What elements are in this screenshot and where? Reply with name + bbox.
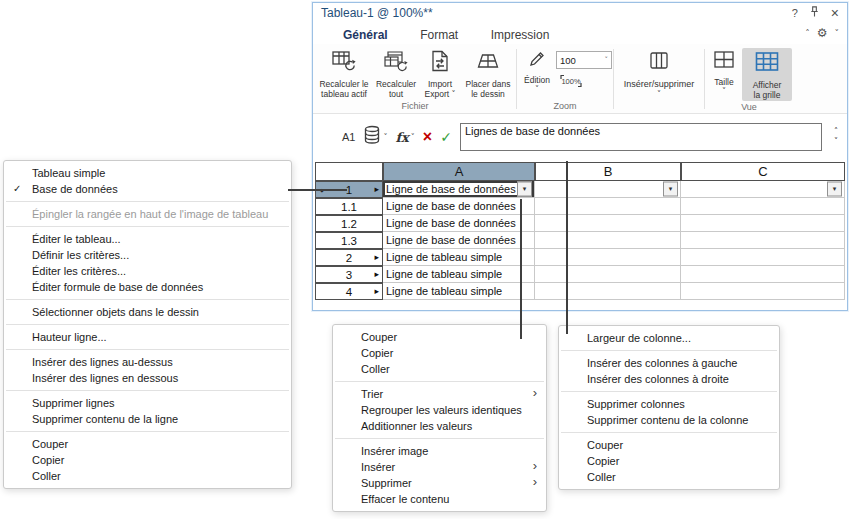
cell-dropdown-button[interactable]: ▾ bbox=[827, 182, 842, 197]
menu-item[interactable]: Coller bbox=[559, 469, 779, 485]
gear-icon[interactable]: ⚙ bbox=[817, 26, 828, 40]
menu-item[interactable]: Tableau simple bbox=[4, 165, 291, 181]
row-expand-icon[interactable]: ▸ bbox=[374, 270, 379, 279]
row-expand-icon[interactable]: ▸ bbox=[374, 253, 379, 262]
recalc-active-button[interactable]: Recalculer le tableau actif bbox=[315, 48, 373, 99]
row-header-2[interactable]: 2 ▸ bbox=[315, 249, 383, 266]
menu-item[interactable]: Copier bbox=[559, 453, 779, 469]
cell-b3[interactable] bbox=[535, 215, 681, 232]
cell-c2[interactable] bbox=[681, 198, 845, 215]
edition-button[interactable]: Édition ˅ bbox=[518, 48, 556, 94]
tables-refresh-icon bbox=[383, 49, 409, 77]
cell-a1[interactable]: Ligne de base de données ▾ bbox=[383, 181, 535, 198]
cell-c7[interactable] bbox=[681, 283, 845, 300]
cell-a5[interactable]: Ligne de tableau simple bbox=[383, 249, 535, 266]
row-header-1-3[interactable]: 1.3 bbox=[315, 232, 383, 249]
menu-item[interactable]: Insérer des lignes au-dessus bbox=[4, 354, 291, 370]
menu-item[interactable]: Définir les critères... bbox=[4, 247, 291, 263]
menu-item[interactable]: Insérer image bbox=[333, 443, 546, 459]
cell-a2[interactable]: Ligne de base de données bbox=[383, 198, 535, 215]
cell-a4[interactable]: Ligne de base de données bbox=[383, 232, 535, 249]
menu-item-inserer[interactable]: Insérer› bbox=[333, 459, 546, 475]
help-icon[interactable]: ? bbox=[792, 7, 798, 19]
ribbon-separator bbox=[613, 49, 614, 109]
menu-separator bbox=[335, 381, 544, 382]
cell-a7[interactable]: Ligne de tableau simple bbox=[383, 283, 535, 300]
row-header-1-2[interactable]: 1.2 bbox=[315, 215, 383, 232]
cell-c4[interactable] bbox=[681, 232, 845, 249]
menu-item[interactable]: Regrouper les valeurs identiques bbox=[333, 402, 546, 418]
cell-b4[interactable] bbox=[535, 232, 681, 249]
cell-b1[interactable]: ▾ bbox=[535, 181, 681, 198]
ribbon-separator bbox=[704, 49, 705, 109]
formula-bar-spinner[interactable]: ˄ ˅ bbox=[830, 129, 842, 145]
menu-item-supprimer[interactable]: Supprimer› bbox=[333, 475, 546, 491]
menu-item[interactable]: Supprimer lignes bbox=[4, 395, 291, 411]
cell-c6[interactable] bbox=[681, 266, 845, 283]
row-expand-icon[interactable]: ▸ bbox=[374, 185, 379, 194]
cell-b7[interactable] bbox=[535, 283, 681, 300]
collapse-ribbon-icon[interactable]: ˄ bbox=[805, 28, 810, 38]
menu-item-base-de-donnees[interactable]: ✓Base de données bbox=[4, 181, 291, 197]
function-dropdown[interactable]: fx ˅ bbox=[395, 130, 414, 145]
spinner-up-icon[interactable]: ˄ bbox=[834, 129, 838, 135]
row-expand-icon[interactable]: ▸ bbox=[374, 287, 379, 296]
cell-a3[interactable]: Ligne de base de données bbox=[383, 215, 535, 232]
close-icon[interactable]: × bbox=[831, 8, 839, 18]
cell-c3[interactable] bbox=[681, 215, 845, 232]
menu-item[interactable]: Insérer des colonnes à droite bbox=[559, 371, 779, 387]
menu-item[interactable]: Couper bbox=[559, 437, 779, 453]
import-export-button[interactable]: Import Export ˅ bbox=[419, 48, 461, 100]
row-header-1-1[interactable]: 1.1 bbox=[315, 198, 383, 215]
menu-item[interactable]: Insérer des colonnes à gauche bbox=[559, 355, 779, 371]
cell-c1[interactable]: ▾ bbox=[681, 181, 845, 198]
database-dropdown[interactable]: ˅ bbox=[363, 125, 387, 149]
menu-item[interactable]: Copier bbox=[333, 345, 546, 361]
menu-item[interactable]: Couper bbox=[333, 329, 546, 345]
cell-b5[interactable] bbox=[535, 249, 681, 266]
menu-item[interactable]: Sélectionner objets dans le dessin bbox=[4, 304, 291, 320]
spinner-down-icon[interactable]: ˅ bbox=[834, 139, 838, 145]
cancel-icon[interactable]: × bbox=[423, 129, 432, 145]
formula-input[interactable]: Lignes de base de données bbox=[460, 123, 822, 151]
insert-delete-button[interactable]: Insérer/supprimer ˅ bbox=[615, 48, 703, 99]
menu-item-trier[interactable]: Trier› bbox=[333, 386, 546, 402]
grid-corner[interactable] bbox=[315, 162, 383, 181]
cell-b2[interactable] bbox=[535, 198, 681, 215]
menu-item[interactable]: Éditer le tableau... bbox=[4, 231, 291, 247]
column-header-b[interactable]: B bbox=[535, 162, 681, 181]
cell-c5[interactable] bbox=[681, 249, 845, 266]
menu-item[interactable]: Coller bbox=[4, 468, 291, 484]
cell-b6[interactable] bbox=[535, 266, 681, 283]
taille-button[interactable]: Taille ˅ bbox=[706, 48, 742, 96]
menu-item[interactable]: Éditer les critères... bbox=[4, 263, 291, 279]
row-header-3[interactable]: 3 ▸ bbox=[315, 266, 383, 283]
show-grid-toggle[interactable]: Afficher la grille bbox=[742, 48, 792, 101]
menu-item[interactable]: Additionner les valeurs bbox=[333, 418, 546, 434]
place-in-drawing-button[interactable]: Placer dans le dessin bbox=[461, 48, 515, 99]
zoom-level-combobox[interactable]: 100 ˅ bbox=[556, 51, 612, 69]
menu-item[interactable]: Copier bbox=[4, 452, 291, 468]
menu-item[interactable]: Effacer le contenu bbox=[333, 491, 546, 507]
menu-item[interactable]: Supprimer contenu de la colonne bbox=[559, 412, 779, 428]
menu-item[interactable]: Coller bbox=[333, 361, 546, 377]
confirm-icon[interactable]: ✓ bbox=[440, 130, 452, 144]
menu-item[interactable]: Couper bbox=[4, 436, 291, 452]
menu-item[interactable]: Supprimer contenu de la ligne bbox=[4, 411, 291, 427]
pin-icon[interactable] bbox=[809, 4, 820, 22]
menu-item[interactable]: Hauteur ligne... bbox=[4, 329, 291, 345]
menu-item[interactable]: Éditer formule de base de données bbox=[4, 279, 291, 295]
menu-item[interactable]: Largeur de colonne... bbox=[559, 330, 779, 346]
row-context-menu: Tableau simple ✓Base de données Épingler… bbox=[3, 160, 292, 489]
row-header-4[interactable]: 4 ▸ bbox=[315, 283, 383, 300]
table-size-icon bbox=[712, 49, 736, 75]
cell-a6[interactable]: Ligne de tableau simple bbox=[383, 266, 535, 283]
cell-dropdown-button[interactable]: ▾ bbox=[517, 182, 532, 197]
recalc-all-button[interactable]: Recalculer tout bbox=[373, 48, 419, 99]
zoom-100-icon[interactable]: 100% bbox=[556, 73, 586, 93]
column-header-a[interactable]: A bbox=[383, 162, 535, 181]
menu-item[interactable]: Supprimer colonnes bbox=[559, 396, 779, 412]
menu-item[interactable]: Insérer des lignes en dessous bbox=[4, 370, 291, 386]
column-header-c[interactable]: C bbox=[681, 162, 845, 181]
cell-dropdown-button[interactable]: ▾ bbox=[663, 182, 678, 197]
